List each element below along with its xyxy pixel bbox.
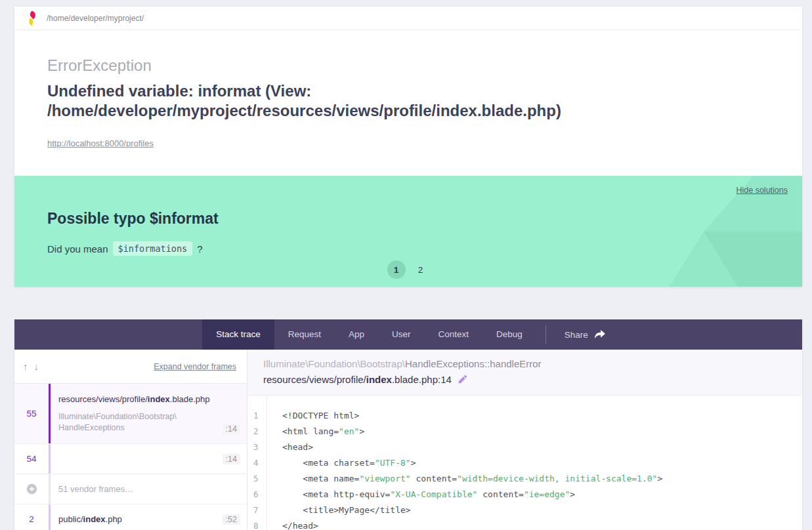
solution-page-2[interactable]: 2 — [412, 260, 430, 279]
stack-frame-55[interactable]: 55resources/views/profile/index.blade.ph… — [14, 384, 247, 444]
tab-context[interactable]: Context — [425, 319, 483, 350]
line-source: <meta name="viewport" content="width=dev… — [267, 474, 662, 483]
solution-page-1[interactable]: 1 — [387, 260, 406, 279]
trace-body: ↑ ↓ Expand vendor frames 55resources/vie… — [14, 350, 802, 530]
method-name: HandleExceptions::handleError — [405, 358, 542, 369]
stack-frames-sidebar: ↑ ↓ Expand vendor frames 55resources/vie… — [14, 350, 247, 530]
tab-divider — [545, 325, 546, 344]
tab-user[interactable]: User — [378, 319, 425, 350]
line-number: 1 — [247, 411, 267, 420]
line-number: 6 — [247, 489, 267, 499]
line-source: <title>MyPage</title> — [267, 505, 411, 515]
solutions-panel: Hide solutions Possible typo $informat D… — [14, 176, 802, 287]
line-source: <meta charset="UTF-8"> — [267, 458, 416, 468]
frame-number: 54 — [14, 444, 49, 474]
line-source: <meta http-equiv="X-UA-Compatible" conte… — [267, 489, 575, 499]
frame-line-number: :14 — [223, 424, 240, 434]
line-source: <!DOCTYPE html> — [267, 411, 359, 420]
flare-logo-icon — [26, 10, 37, 26]
file-path: resources/views/profile/index.blade.php:… — [263, 374, 452, 385]
line-source: </head> — [267, 521, 318, 530]
line-number: 8 — [247, 521, 267, 530]
tab-app[interactable]: App — [335, 319, 378, 350]
code-line-3: 3<head> — [247, 439, 802, 455]
tab-debug[interactable]: Debug — [482, 319, 536, 350]
frame-navigation: ↑ ↓ — [23, 361, 39, 372]
line-number: 3 — [247, 442, 267, 452]
error-card: /home/developer/myproject/ ErrorExceptio… — [14, 7, 802, 287]
request-url-link[interactable]: http://localhost:8000/profiles — [47, 138, 154, 148]
frame-line-number: :52 — [223, 514, 240, 525]
suggestion-suffix: ? — [197, 243, 202, 255]
line-number: 2 — [247, 426, 267, 436]
line-number: 4 — [247, 458, 267, 468]
suggestion-variable: $informations — [113, 241, 193, 256]
line-number: 7 — [247, 505, 267, 515]
code-line-8: 8</head> — [247, 518, 802, 530]
tab-request[interactable]: Request — [274, 319, 335, 350]
code-line-5: 5 <meta name="viewport" content="width=d… — [247, 470, 802, 486]
frame-file-path: resources/views/profile/index.blade.php — [58, 394, 239, 404]
line-number: 5 — [247, 474, 267, 483]
exception-message: Undefined variable: informat (View: /hom… — [47, 81, 714, 121]
project-path: /home/developer/myproject/ — [47, 14, 144, 23]
top-bar: /home/developer/myproject/ — [14, 7, 802, 30]
solutions-pagination: 12 — [14, 260, 802, 279]
trace-card: Stack traceRequestAppUserContextDebug Sh… — [14, 319, 802, 530]
frames-list: 55resources/views/profile/index.blade.ph… — [14, 384, 247, 530]
code-line-2: 2<html lang="en"> — [247, 423, 802, 439]
expand-vendor-frames-link[interactable]: Expand vendor frames — [154, 362, 236, 371]
frame-number: 55 — [14, 384, 49, 443]
frame-detail-panel: Illuminate\Foundation\Bootstrap\HandleEx… — [247, 350, 802, 530]
line-source: <head> — [267, 442, 313, 452]
code-line-7: 7 <title>MyPage</title> — [247, 502, 802, 518]
suggestion-prefix: Did you mean — [47, 243, 108, 255]
tab-stack-trace[interactable]: Stack trace — [202, 319, 274, 350]
frame-method: Illuminate\Foundation\Bootstrap\HandleEx… — [263, 358, 786, 369]
share-label: Share — [565, 330, 588, 340]
next-frame-arrow-icon[interactable]: ↓ — [34, 361, 39, 372]
frame-file-path: public/index.php — [58, 514, 239, 524]
stack-frame-2[interactable]: 2public/index.php:52 — [14, 504, 247, 530]
tab-group: Stack traceRequestAppUserContextDebug — [202, 319, 536, 350]
share-icon — [594, 330, 605, 340]
line-source: <html lang="en"> — [267, 426, 364, 436]
tab-bar: Stack traceRequestAppUserContextDebug Sh… — [14, 319, 802, 350]
vendor-frames-label: 51 vendor frames… — [58, 484, 239, 494]
code-line-6: 6 <meta http-equiv="X-UA-Compatible" con… — [247, 486, 802, 502]
expand-plus-icon[interactable] — [14, 474, 49, 504]
prev-frame-arrow-icon[interactable]: ↑ — [23, 361, 28, 372]
share-button[interactable]: Share — [555, 319, 614, 350]
solution-suggestion: Did you mean $informations ? — [47, 241, 769, 256]
vendor-frames-row[interactable]: 51 vendor frames… — [14, 474, 247, 504]
frame-file: resources/views/profile/index.blade.php:… — [263, 374, 786, 385]
error-header: ErrorException Undefined variable: infor… — [14, 30, 802, 176]
stack-frame-54[interactable]: 54:14 — [14, 444, 247, 474]
frame-line-number: :14 — [223, 454, 240, 464]
edit-pencil-icon[interactable] — [458, 375, 467, 384]
frame-number: 2 — [14, 504, 49, 530]
ignition-error-page: /home/developer/myproject/ ErrorExceptio… — [14, 7, 802, 530]
exception-class: ErrorException — [47, 56, 769, 75]
hide-solutions-link[interactable]: Hide solutions — [736, 186, 788, 195]
sidebar-header: ↑ ↓ Expand vendor frames — [14, 350, 247, 384]
frame-class-name: Illuminate\Foundation\Bootstrap\ HandleE… — [58, 411, 239, 433]
method-namespace: Illuminate\Foundation\Bootstrap\ — [263, 358, 405, 369]
code-line-1: 1<!DOCTYPE html> — [247, 407, 802, 423]
code-viewer: 1<!DOCTYPE html>2<html lang="en">3<head>… — [247, 396, 802, 530]
solution-title: Possible typo $informat — [47, 210, 769, 228]
code-line-4: 4 <meta charset="UTF-8"> — [247, 455, 802, 470]
frame-detail-header: Illuminate\Foundation\Bootstrap\HandleEx… — [247, 350, 802, 396]
